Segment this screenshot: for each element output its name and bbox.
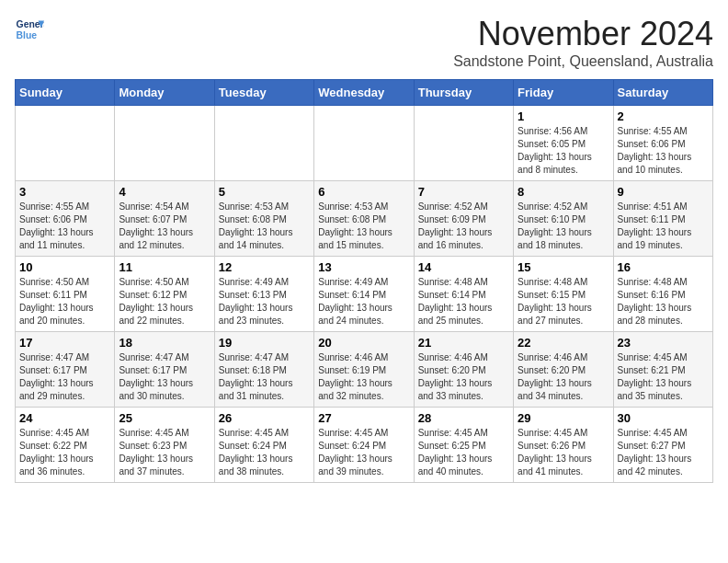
calendar-cell: 20Sunrise: 4:46 AM Sunset: 6:19 PM Dayli… xyxy=(314,332,414,408)
day-info: Sunrise: 4:53 AM Sunset: 6:08 PM Dayligh… xyxy=(219,201,310,252)
day-number: 20 xyxy=(318,336,409,350)
weekday-header-row: SundayMondayTuesdayWednesdayThursdayFrid… xyxy=(16,80,713,106)
calendar-cell: 25Sunrise: 4:45 AM Sunset: 6:23 PM Dayli… xyxy=(115,408,214,483)
calendar-table: SundayMondayTuesdayWednesdayThursdayFrid… xyxy=(15,79,713,483)
logo: General Blue xyxy=(15,15,44,44)
day-number: 29 xyxy=(518,411,609,425)
calendar-cell: 19Sunrise: 4:47 AM Sunset: 6:18 PM Dayli… xyxy=(214,332,313,408)
calendar-cell: 9Sunrise: 4:51 AM Sunset: 6:11 PM Daylig… xyxy=(613,181,712,257)
day-number: 7 xyxy=(418,185,509,199)
calendar-cell: 12Sunrise: 4:49 AM Sunset: 6:13 PM Dayli… xyxy=(214,257,313,332)
calendar-cell xyxy=(16,106,115,181)
title-section: November 2024 Sandstone Point, Queenslan… xyxy=(453,15,713,70)
day-info: Sunrise: 4:53 AM Sunset: 6:08 PM Dayligh… xyxy=(318,201,409,252)
calendar-cell: 29Sunrise: 4:45 AM Sunset: 6:26 PM Dayli… xyxy=(514,408,613,483)
header: General Blue November 2024 Sandstone Poi… xyxy=(15,15,713,70)
calendar-cell xyxy=(214,106,313,181)
day-number: 3 xyxy=(19,185,110,199)
day-info: Sunrise: 4:54 AM Sunset: 6:07 PM Dayligh… xyxy=(119,201,210,252)
weekday-header-thursday: Thursday xyxy=(414,80,513,106)
day-number: 18 xyxy=(119,336,210,350)
day-number: 4 xyxy=(119,185,210,199)
calendar-cell xyxy=(314,106,414,181)
weekday-header-sunday: Sunday xyxy=(16,80,115,106)
calendar-cell: 22Sunrise: 4:46 AM Sunset: 6:20 PM Dayli… xyxy=(514,332,613,408)
calendar-cell: 10Sunrise: 4:50 AM Sunset: 6:11 PM Dayli… xyxy=(16,257,115,332)
day-info: Sunrise: 4:45 AM Sunset: 6:27 PM Dayligh… xyxy=(618,427,709,478)
day-number: 11 xyxy=(119,260,210,274)
day-info: Sunrise: 4:55 AM Sunset: 6:06 PM Dayligh… xyxy=(19,201,110,252)
calendar-cell: 26Sunrise: 4:45 AM Sunset: 6:24 PM Dayli… xyxy=(214,408,313,483)
day-info: Sunrise: 4:48 AM Sunset: 6:14 PM Dayligh… xyxy=(418,276,509,327)
day-number: 12 xyxy=(219,260,310,274)
calendar-week-5: 24Sunrise: 4:45 AM Sunset: 6:22 PM Dayli… xyxy=(16,408,713,483)
day-info: Sunrise: 4:56 AM Sunset: 6:05 PM Dayligh… xyxy=(518,125,609,177)
calendar-cell: 18Sunrise: 4:47 AM Sunset: 6:17 PM Dayli… xyxy=(115,332,214,408)
day-info: Sunrise: 4:45 AM Sunset: 6:24 PM Dayligh… xyxy=(318,427,409,478)
calendar-cell: 13Sunrise: 4:49 AM Sunset: 6:14 PM Dayli… xyxy=(314,257,414,332)
day-info: Sunrise: 4:47 AM Sunset: 6:17 PM Dayligh… xyxy=(19,351,110,403)
day-number: 14 xyxy=(418,260,509,274)
day-info: Sunrise: 4:51 AM Sunset: 6:11 PM Dayligh… xyxy=(618,201,709,252)
calendar-cell: 15Sunrise: 4:48 AM Sunset: 6:15 PM Dayli… xyxy=(514,257,613,332)
day-number: 24 xyxy=(19,411,110,425)
calendar-cell: 17Sunrise: 4:47 AM Sunset: 6:17 PM Dayli… xyxy=(16,332,115,408)
calendar-cell: 7Sunrise: 4:52 AM Sunset: 6:09 PM Daylig… xyxy=(414,181,513,257)
calendar-cell: 8Sunrise: 4:52 AM Sunset: 6:10 PM Daylig… xyxy=(514,181,613,257)
day-info: Sunrise: 4:45 AM Sunset: 6:26 PM Dayligh… xyxy=(518,427,609,478)
day-number: 16 xyxy=(618,260,709,274)
day-number: 22 xyxy=(518,336,609,350)
day-info: Sunrise: 4:48 AM Sunset: 6:16 PM Dayligh… xyxy=(618,276,709,327)
day-info: Sunrise: 4:45 AM Sunset: 6:25 PM Dayligh… xyxy=(418,427,509,478)
day-info: Sunrise: 4:46 AM Sunset: 6:20 PM Dayligh… xyxy=(518,351,609,403)
day-number: 30 xyxy=(618,411,709,425)
calendar-cell: 24Sunrise: 4:45 AM Sunset: 6:22 PM Dayli… xyxy=(16,408,115,483)
day-info: Sunrise: 4:50 AM Sunset: 6:12 PM Dayligh… xyxy=(119,276,210,327)
day-number: 9 xyxy=(618,185,709,199)
svg-text:Blue: Blue xyxy=(17,30,38,40)
calendar-cell: 23Sunrise: 4:45 AM Sunset: 6:21 PM Dayli… xyxy=(613,332,712,408)
day-info: Sunrise: 4:47 AM Sunset: 6:18 PM Dayligh… xyxy=(219,351,310,403)
calendar-cell: 1Sunrise: 4:56 AM Sunset: 6:05 PM Daylig… xyxy=(514,106,613,181)
calendar-week-2: 3Sunrise: 4:55 AM Sunset: 6:06 PM Daylig… xyxy=(16,181,713,257)
day-number: 15 xyxy=(518,260,609,274)
calendar-cell: 6Sunrise: 4:53 AM Sunset: 6:08 PM Daylig… xyxy=(314,181,414,257)
day-number: 1 xyxy=(518,109,609,123)
day-info: Sunrise: 4:45 AM Sunset: 6:22 PM Dayligh… xyxy=(19,427,110,478)
calendar-cell: 11Sunrise: 4:50 AM Sunset: 6:12 PM Dayli… xyxy=(115,257,214,332)
weekday-header-tuesday: Tuesday xyxy=(214,80,313,106)
day-info: Sunrise: 4:52 AM Sunset: 6:10 PM Dayligh… xyxy=(518,201,609,252)
day-info: Sunrise: 4:45 AM Sunset: 6:23 PM Dayligh… xyxy=(119,427,210,478)
day-info: Sunrise: 4:48 AM Sunset: 6:15 PM Dayligh… xyxy=(518,276,609,327)
calendar-cell xyxy=(414,106,513,181)
day-info: Sunrise: 4:52 AM Sunset: 6:09 PM Dayligh… xyxy=(418,201,509,252)
calendar-cell: 16Sunrise: 4:48 AM Sunset: 6:16 PM Dayli… xyxy=(613,257,712,332)
calendar-cell: 5Sunrise: 4:53 AM Sunset: 6:08 PM Daylig… xyxy=(214,181,313,257)
day-number: 5 xyxy=(219,185,310,199)
day-info: Sunrise: 4:46 AM Sunset: 6:20 PM Dayligh… xyxy=(418,351,509,403)
day-info: Sunrise: 4:46 AM Sunset: 6:19 PM Dayligh… xyxy=(318,351,409,403)
calendar-week-4: 17Sunrise: 4:47 AM Sunset: 6:17 PM Dayli… xyxy=(16,332,713,408)
day-number: 10 xyxy=(19,260,110,274)
day-number: 6 xyxy=(318,185,409,199)
day-info: Sunrise: 4:49 AM Sunset: 6:13 PM Dayligh… xyxy=(219,276,310,327)
day-info: Sunrise: 4:49 AM Sunset: 6:14 PM Dayligh… xyxy=(318,276,409,327)
logo-icon: General Blue xyxy=(15,15,44,44)
day-number: 8 xyxy=(518,185,609,199)
day-number: 25 xyxy=(119,411,210,425)
month-title: November 2024 xyxy=(453,15,713,53)
day-info: Sunrise: 4:45 AM Sunset: 6:24 PM Dayligh… xyxy=(219,427,310,478)
weekday-header-wednesday: Wednesday xyxy=(314,80,414,106)
day-number: 28 xyxy=(418,411,509,425)
calendar-week-3: 10Sunrise: 4:50 AM Sunset: 6:11 PM Dayli… xyxy=(16,257,713,332)
calendar-cell: 21Sunrise: 4:46 AM Sunset: 6:20 PM Dayli… xyxy=(414,332,513,408)
calendar-cell: 27Sunrise: 4:45 AM Sunset: 6:24 PM Dayli… xyxy=(314,408,414,483)
day-number: 2 xyxy=(618,109,709,123)
calendar-cell: 3Sunrise: 4:55 AM Sunset: 6:06 PM Daylig… xyxy=(16,181,115,257)
day-number: 23 xyxy=(618,336,709,350)
calendar-cell: 28Sunrise: 4:45 AM Sunset: 6:25 PM Dayli… xyxy=(414,408,513,483)
day-info: Sunrise: 4:47 AM Sunset: 6:17 PM Dayligh… xyxy=(119,351,210,403)
day-number: 17 xyxy=(19,336,110,350)
calendar-cell: 30Sunrise: 4:45 AM Sunset: 6:27 PM Dayli… xyxy=(613,408,712,483)
day-number: 19 xyxy=(219,336,310,350)
